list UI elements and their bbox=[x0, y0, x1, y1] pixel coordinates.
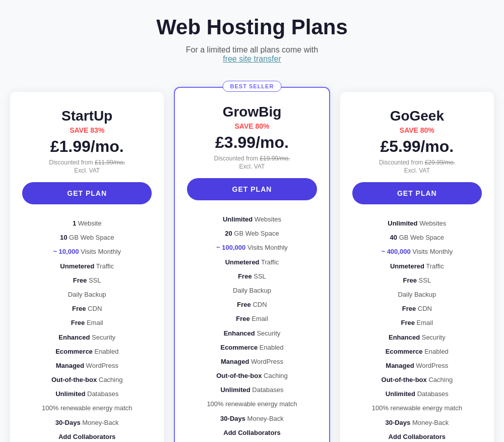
get-plan-button-growbig[interactable]: GET PLAN bbox=[187, 178, 317, 200]
plan-original-growbig: Discounted from £19.99/mo. bbox=[187, 155, 317, 162]
plan-save-growbig: SAVE 80% bbox=[187, 122, 317, 130]
feature-item: 1 Website bbox=[22, 216, 152, 231]
feature-item: Free Email bbox=[22, 316, 152, 330]
feature-item: 100% renewable energy match bbox=[22, 401, 152, 415]
feature-item: Daily Backup bbox=[22, 288, 152, 302]
feature-item: Unlimited Databases bbox=[352, 387, 482, 401]
feature-item: Free CDN bbox=[22, 302, 152, 316]
features-list-startup: 1 Website10 GB Web Space~ 10,000 Visits … bbox=[22, 216, 152, 442]
feature-item: Unmetered Traffic bbox=[22, 259, 152, 273]
feature-item: 30-Days Money-Back bbox=[187, 412, 317, 426]
plan-name-startup: StartUp bbox=[22, 108, 152, 124]
feature-item: Managed WordPress bbox=[352, 359, 482, 373]
feature-item: 20 GB Web Space bbox=[187, 227, 317, 241]
feature-item: Free SSL bbox=[187, 269, 317, 284]
feature-item: 30-Days Money-Back bbox=[22, 416, 152, 430]
feature-item: Out-of-the-box Caching bbox=[187, 369, 317, 383]
feature-item: Add Collaborators bbox=[352, 430, 482, 442]
best-seller-badge: BEST SELLER bbox=[223, 81, 282, 92]
feature-item: Free Email bbox=[352, 316, 482, 330]
feature-item: Free CDN bbox=[187, 298, 317, 312]
plan-vat-growbig: Excl. VAT bbox=[187, 163, 317, 170]
feature-item: 100% renewable energy match bbox=[352, 401, 482, 415]
plan-price-startup: £1.99/mo. bbox=[22, 137, 152, 156]
feature-item: Managed WordPress bbox=[22, 359, 152, 373]
feature-item: Unlimited Websites bbox=[352, 216, 482, 231]
feature-item: Daily Backup bbox=[187, 284, 317, 298]
feature-item: Free CDN bbox=[352, 302, 482, 316]
feature-item: Unlimited Databases bbox=[187, 383, 317, 397]
feature-item: Enhanced Security bbox=[187, 326, 317, 341]
plan-price-gogeek: £5.99/mo. bbox=[352, 137, 482, 156]
plan-card-growbig: BEST SELLERGrowBigSAVE 80%£3.99/mo.Disco… bbox=[174, 87, 330, 442]
features-list-growbig: Unlimited Websites20 GB Web Space~ 100,0… bbox=[187, 212, 317, 440]
get-plan-button-gogeek[interactable]: GET PLAN bbox=[352, 182, 482, 204]
plan-save-startup: SAVE 83% bbox=[22, 126, 152, 134]
feature-item: Enhanced Security bbox=[352, 330, 482, 345]
plan-vat-startup: Excl. VAT bbox=[22, 167, 152, 174]
plan-price-growbig: £3.99/mo. bbox=[187, 133, 317, 152]
feature-item: 100% renewable energy match bbox=[187, 397, 317, 411]
feature-item: Ecommerce Enabled bbox=[187, 341, 317, 355]
feature-item: Add Collaborators bbox=[187, 426, 317, 440]
plan-save-gogeek: SAVE 80% bbox=[352, 126, 482, 134]
feature-item: ~ 400,000 Visits Monthly bbox=[352, 245, 482, 259]
page-header: Web Hosting Plans For a limited time all… bbox=[156, 15, 348, 67]
feature-item: Ecommerce Enabled bbox=[22, 345, 152, 359]
feature-item: Unlimited Databases bbox=[22, 387, 152, 401]
plan-original-gogeek: Discounted from £29.99/mo. bbox=[352, 159, 482, 166]
plan-card-startup: StartUpSAVE 83%£1.99/mo.Discounted from … bbox=[10, 92, 164, 442]
feature-item: ~ 100,000 Visits Monthly bbox=[187, 241, 317, 255]
feature-item: Add Collaborators bbox=[22, 430, 152, 442]
features-list-gogeek: Unlimited Websites40 GB Web Space~ 400,0… bbox=[352, 216, 482, 442]
feature-item: Unmetered Traffic bbox=[187, 255, 317, 269]
feature-item: Daily Backup bbox=[352, 288, 482, 302]
get-plan-button-startup[interactable]: GET PLAN bbox=[22, 182, 152, 204]
feature-item: ~ 10,000 Visits Monthly bbox=[22, 245, 152, 259]
feature-item: Unmetered Traffic bbox=[352, 259, 482, 273]
plans-container: StartUpSAVE 83%£1.99/mo.Discounted from … bbox=[10, 92, 494, 442]
feature-item: Free SSL bbox=[22, 273, 152, 288]
page-subtitle: For a limited time all plans come with f… bbox=[156, 45, 348, 64]
plan-name-growbig: GrowBig bbox=[187, 104, 317, 120]
free-transfer-text: free site transfer bbox=[223, 54, 281, 63]
feature-item: Ecommerce Enabled bbox=[352, 345, 482, 359]
feature-item: Managed WordPress bbox=[187, 355, 317, 369]
feature-item: 40 GB Web Space bbox=[352, 231, 482, 245]
feature-item: 10 GB Web Space bbox=[22, 231, 152, 245]
feature-item: Unlimited Websites bbox=[187, 212, 317, 227]
plan-name-gogeek: GoGeek bbox=[352, 108, 482, 124]
feature-item: Free SSL bbox=[352, 273, 482, 288]
plan-vat-gogeek: Excl. VAT bbox=[352, 167, 482, 174]
feature-item: Out-of-the-box Caching bbox=[22, 373, 152, 387]
page-title: Web Hosting Plans bbox=[156, 15, 348, 39]
feature-item: Out-of-the-box Caching bbox=[352, 373, 482, 387]
feature-item: Free Email bbox=[187, 312, 317, 326]
feature-item: Enhanced Security bbox=[22, 330, 152, 345]
plan-card-gogeek: GoGeekSAVE 80%£5.99/mo.Discounted from £… bbox=[340, 92, 494, 442]
plan-original-startup: Discounted from £11.99/mo. bbox=[22, 159, 152, 166]
feature-item: 30-Days Money-Back bbox=[352, 416, 482, 430]
